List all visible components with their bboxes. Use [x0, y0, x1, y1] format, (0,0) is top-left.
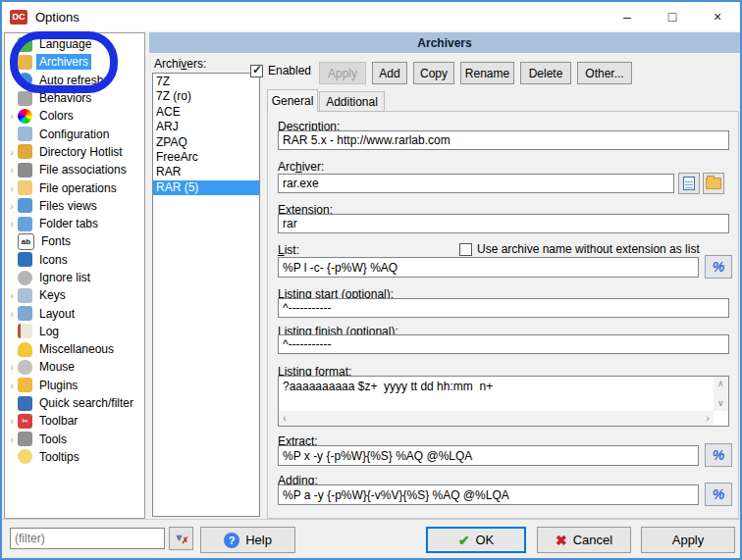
listing-finish-input[interactable] [278, 334, 729, 354]
tree-item-icon [18, 432, 32, 446]
delete-archiver-button[interactable]: Delete [520, 62, 571, 84]
sidebar-item-file-operations[interactable]: › File operations [5, 178, 144, 196]
help-icon: ? [224, 533, 239, 548]
sidebar-item-fonts[interactable]: › ab Fonts [5, 232, 144, 250]
clear-filter-button[interactable]: ▼ ✗ [169, 527, 193, 550]
copy-archiver-button[interactable]: Copy [413, 62, 454, 84]
chevron-right-icon[interactable]: › [7, 308, 17, 320]
tree-item-icon [18, 324, 32, 338]
archivers-listbox: 7Z 7Z (ro) ACE ARJ ZPAQ FreeArc RAR RAR … [152, 73, 260, 517]
chevron-right-icon[interactable]: › [7, 182, 17, 194]
sidebar-item-toolbar[interactable]: › ✂ Toolbar [5, 412, 144, 430]
chevron-right-icon[interactable]: › [7, 110, 17, 122]
sidebar-item-file-associations[interactable]: › File associations [5, 161, 144, 178]
scroll-left-icon[interactable]: ‹ [283, 414, 287, 423]
sidebar-item-layout[interactable]: › Layout [5, 304, 144, 322]
listing-start-input[interactable] [278, 298, 729, 318]
adding-variables-button[interactable]: % [705, 483, 732, 506]
chevron-right-icon[interactable]: › [7, 200, 17, 212]
add-archiver-button[interactable]: Add [372, 62, 407, 84]
tab-additional[interactable]: Additional [319, 91, 385, 112]
enabled-checkbox[interactable]: Enabled [250, 64, 311, 77]
scroll-down-icon[interactable]: ∨ [717, 399, 724, 408]
sidebar-item-tools[interactable]: › Tools [5, 431, 144, 448]
close-button[interactable]: × [695, 2, 740, 31]
sidebar-item-configuration[interactable]: › Configuration [5, 125, 144, 142]
archiver-list-item-7z-ro[interactable]: 7Z (ro) [153, 89, 259, 104]
archiver-list-item-zpaq[interactable]: ZPAQ [153, 135, 259, 150]
sidebar-item-archivers[interactable]: › Archivers [5, 53, 144, 71]
other-archiver-button[interactable]: Other... [577, 62, 632, 84]
tree-item-icon [18, 449, 32, 464]
list-variables-button[interactable]: % [705, 255, 732, 279]
chevron-right-icon[interactable]: › [7, 218, 17, 229]
cancel-button[interactable]: ✖ Cancel [537, 527, 631, 553]
chevron-right-icon[interactable]: › [7, 146, 17, 158]
archiver-list-item-rar[interactable]: RAR [153, 165, 259, 179]
extract-variables-button[interactable]: % [705, 443, 732, 467]
tree-item-icon [18, 360, 32, 375]
listing-format-value: ?aaaaaaaaaa $z+ yyyy tt dd hh:mm n+ [283, 380, 711, 393]
tree-item-icon [18, 198, 32, 213]
chevron-right-icon[interactable]: › [7, 289, 17, 301]
sidebar-item-behaviors[interactable]: › Behaviors [5, 89, 144, 107]
footer-divider [2, 519, 740, 520]
extension-input[interactable] [278, 214, 729, 233]
archiver-list-item-freearc[interactable]: FreeArc [153, 150, 259, 165]
archiver-list-item-ace[interactable]: ACE [153, 105, 259, 120]
sidebar-item-ignore-list[interactable]: › Ignore list [5, 269, 144, 286]
listing-format-textarea[interactable]: ?aaaaaaaaaa $z+ yyyy tt dd hh:mm n+ ∧ ∨ … [278, 376, 729, 427]
description-input[interactable] [278, 130, 729, 150]
horizontal-scrollbar[interactable]: ‹ › [279, 411, 714, 426]
scroll-right-icon[interactable]: › [706, 414, 710, 423]
use-archive-name-checkbox[interactable]: Use archive name without extension as li… [459, 242, 700, 256]
archiver-list-item-arj[interactable]: ARJ [153, 120, 259, 134]
sidebar-item-directory-hotlist[interactable]: › Directory Hotlist [5, 143, 144, 161]
adding-command-input[interactable] [278, 484, 699, 505]
sidebar-item-plugins[interactable]: › Plugins [5, 377, 144, 394]
ok-button[interactable]: ✔ OK [426, 527, 526, 553]
help-button[interactable]: ? Help [200, 527, 295, 553]
chevron-right-icon[interactable]: › [7, 433, 17, 445]
help-label: Help [245, 533, 272, 547]
sidebar-item-miscellaneous[interactable]: › Miscellaneous [5, 340, 144, 358]
sidebar-item-auto-refresh[interactable]: › Auto refresh [5, 72, 144, 89]
extract-command-input[interactable] [278, 445, 699, 466]
maximize-button[interactable]: □ [650, 2, 695, 31]
tree-filter-input[interactable] [10, 528, 165, 549]
sidebar-item-quick-search-filter[interactable]: › Quick search/filter [5, 394, 144, 412]
tree-item-icon [18, 342, 32, 357]
checkbox-checked-icon[interactable] [250, 65, 263, 77]
sidebar-item-icons[interactable]: › Icons [5, 251, 144, 269]
apply-archiver-button: Apply [319, 62, 366, 84]
chevron-right-icon[interactable]: › [7, 164, 17, 176]
cancel-label: Cancel [573, 533, 612, 547]
vertical-scrollbar[interactable]: ∧ ∨ [714, 377, 728, 411]
scroll-up-icon[interactable]: ∧ [717, 380, 724, 388]
chevron-right-icon[interactable]: › [7, 361, 17, 373]
sidebar-item-log[interactable]: › Log [5, 323, 144, 340]
sidebar-item-folder-tabs[interactable]: › Folder tabs [5, 215, 144, 232]
archiver-list-item-7z[interactable]: 7Z [153, 75, 259, 89]
chevron-right-icon[interactable]: › [7, 380, 17, 391]
sidebar-item-files-views[interactable]: › Files views [5, 197, 144, 215]
list-command-input[interactable] [278, 257, 699, 278]
chevron-right-icon[interactable]: › [7, 415, 17, 427]
archivers-list-label: Archivers: [154, 57, 206, 71]
browse-archiver-button[interactable] [703, 173, 724, 194]
archiver-input[interactable] [278, 174, 674, 193]
archiver-list-item-rar-5[interactable]: RAR (5) [153, 180, 259, 195]
checkbox-unchecked-icon[interactable] [459, 243, 472, 256]
use-archive-name-label: Use archive name without extension as li… [477, 242, 700, 256]
sidebar-item-language[interactable]: › Language [5, 35, 144, 53]
apply-button[interactable]: Apply [641, 527, 735, 553]
sidebar-item-tooltips[interactable]: › Tooltips [5, 448, 144, 466]
clear-x-icon: ✗ [182, 535, 189, 545]
tab-general[interactable]: General [267, 89, 318, 112]
sidebar-item-keys[interactable]: › Keys [5, 286, 144, 304]
view-file-button[interactable] [678, 173, 700, 194]
minimize-button[interactable]: – [605, 2, 650, 31]
sidebar-item-mouse[interactable]: › Mouse [5, 358, 144, 376]
sidebar-item-colors[interactable]: › Colors [5, 107, 144, 125]
rename-archiver-button[interactable]: Rename [460, 62, 514, 84]
